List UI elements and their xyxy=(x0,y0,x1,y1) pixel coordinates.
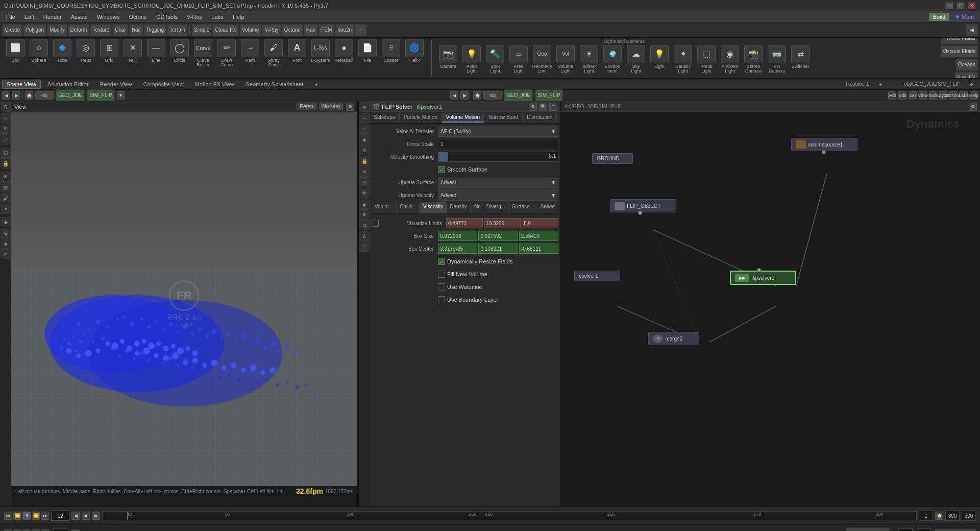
select-obj-c[interactable]: obj xyxy=(483,91,502,100)
shelf-icon-helix[interactable]: 🌀Helix xyxy=(403,39,426,68)
nav-c-right[interactable]: ▶ xyxy=(460,91,469,100)
start-frame[interactable]: 1 xyxy=(919,511,933,521)
node-graph[interactable]: Dynamics GROUND xyxy=(561,112,980,506)
shelf-icon-scatter[interactable]: ⠿Scatter xyxy=(380,39,402,68)
char-btn[interactable]: Char xyxy=(112,24,129,36)
menu-labs[interactable]: Labs xyxy=(207,13,228,21)
labs-btn-r[interactable]: Labs xyxy=(960,91,968,100)
shelf-icon-metaball[interactable]: ●Metaball xyxy=(333,39,355,68)
oceans-btn[interactable]: Oceans xyxy=(955,59,978,71)
solver-search-btn[interactable]: 🔍 xyxy=(539,103,547,111)
edit-btn[interactable]: Edit xyxy=(898,91,906,100)
node-ground[interactable]: GROUND xyxy=(592,153,633,164)
viscous-btn[interactable]: Viscous Fluids xyxy=(940,45,978,58)
simple-btn[interactable]: Simple xyxy=(191,24,212,36)
current-frame-display[interactable]: 12 xyxy=(51,511,69,521)
menu-octane[interactable]: Octane xyxy=(125,13,151,21)
box-center-v2[interactable]: 0.108221 xyxy=(478,244,518,254)
tab-composite-view[interactable]: Composite View xyxy=(138,80,188,89)
node-merge2[interactable]: ⊕ merge2 xyxy=(648,332,699,345)
sb-frame-num[interactable]: 1 xyxy=(898,528,913,531)
shelf-icon-light[interactable]: 💡Light xyxy=(648,45,671,75)
shelf-icon-caustic[interactable]: ✦CausticLight xyxy=(672,45,694,75)
rotate-tool[interactable]: ↻ xyxy=(1,124,11,134)
select-obj-btn[interactable]: obj xyxy=(35,91,54,100)
velocity-smoothing-slider[interactable]: 0.1 xyxy=(438,152,558,162)
tab-volume-motion[interactable]: Volume Motion xyxy=(442,113,484,123)
viz-v1[interactable]: 0.49773 xyxy=(446,218,483,228)
lock-tool[interactable]: 🔒 xyxy=(1,158,11,168)
minimize-button[interactable]: — xyxy=(945,2,953,9)
vp-tool-12[interactable]: ↺ xyxy=(359,220,370,230)
sub-tab-surface[interactable]: Surface... xyxy=(509,202,537,213)
snap-tool[interactable]: ⊡ xyxy=(1,148,11,158)
shelf-icon-lsystem[interactable]: L-SysL-System xyxy=(309,39,332,68)
collapse-btn[interactable]: ◀ xyxy=(966,24,978,36)
pivot-tool[interactable]: ⊙ xyxy=(1,249,11,259)
vp-tool-13[interactable]: Z xyxy=(359,231,370,241)
update-velocity-dropdown[interactable]: Advect ▼ xyxy=(438,189,558,201)
sub-tab-diverg[interactable]: Diverg... xyxy=(483,202,509,213)
smooth-surface-checkbox[interactable]: ✓ Smooth Surface xyxy=(438,166,487,173)
play-pause-btn[interactable]: ⏸ xyxy=(22,512,31,520)
shelf-icon-file[interactable]: 📄File xyxy=(356,39,379,68)
vp-tool-14[interactable]: ? xyxy=(359,242,370,252)
shelf-icon-camera[interactable]: 📷Camera xyxy=(437,45,459,75)
down-arrow-btn[interactable]: ▼ xyxy=(117,91,125,100)
shelf-icon-indirect-light[interactable]: ☀IndirectLight xyxy=(578,45,600,75)
force-scale-input[interactable] xyxy=(438,139,558,149)
vp-tool-10[interactable]: ▲ xyxy=(359,199,370,209)
viz-v2[interactable]: 10.3259 xyxy=(484,218,521,228)
tab-distribution[interactable]: Distribution xyxy=(523,113,557,123)
sub-tab-density[interactable]: Density xyxy=(447,202,470,213)
sub-tab-viscosity[interactable]: Viscosity xyxy=(420,202,447,213)
create-btn[interactable]: Create xyxy=(2,24,22,36)
shelf-icon-area-light[interactable]: ▭AreaLight xyxy=(507,45,530,75)
solver-settings-btn[interactable]: ⚙ xyxy=(529,103,537,111)
terrain-btn[interactable]: Terrain xyxy=(167,24,188,36)
menu-assets[interactable]: Assets xyxy=(67,13,92,21)
vp-tool-3[interactable]: ○ xyxy=(359,124,370,134)
sub-tab-collis[interactable]: Collis... xyxy=(397,202,420,213)
select-tool[interactable]: S xyxy=(1,102,11,112)
vp-tool-5[interactable]: ⊙ xyxy=(359,145,370,155)
skip-start-btn[interactable]: ⏮ xyxy=(4,512,12,520)
shelf-icon-point-light[interactable]: 💡PointLight xyxy=(460,45,483,75)
geo-joe-btn[interactable]: GEO_JOE xyxy=(56,89,85,102)
modify-btn[interactable]: Modify xyxy=(47,24,67,36)
build-button[interactable]: Build xyxy=(929,13,949,21)
shelf-icon-spot-light[interactable]: 🔦SpotLight xyxy=(484,45,506,75)
move-tool[interactable]: ↔ xyxy=(1,113,11,123)
velocity-transfer-dropdown[interactable]: APIC (Swirly) ▼ xyxy=(438,126,558,137)
node-volumesource1[interactable]: volumesource1 xyxy=(791,138,857,151)
node-flipsolver1[interactable]: ▶▶ flipsolver1 xyxy=(730,271,796,285)
viewport-canvas[interactable]: FR RRCG.cn 人人素材 xyxy=(11,112,357,496)
shelf-icon-sphere[interactable]: ○Sphere xyxy=(28,39,50,68)
go-btn[interactable]: Go xyxy=(909,91,917,100)
boundary-layer-checkbox[interactable]: Use Boundary Layer xyxy=(438,296,498,303)
nav-left-btn[interactable]: ◀ xyxy=(2,91,10,100)
tab-rpsolver-plus[interactable]: + xyxy=(874,80,887,89)
shelf-icon-torus[interactable]: ◎Torus xyxy=(75,39,97,68)
perspective-btn[interactable]: Persp xyxy=(297,103,316,110)
texture-btn[interactable]: Texture xyxy=(90,24,112,36)
odtools-btn-r[interactable]: ODTools xyxy=(949,91,958,100)
vp-tool-11[interactable]: ▼ xyxy=(359,209,370,220)
shelf-icon-stereo-cam[interactable]: 📸StereoCamera xyxy=(742,45,765,75)
shelf-icon-tube[interactable]: 🔷Tube xyxy=(51,39,74,68)
viz-enable-toggle[interactable] xyxy=(372,220,379,227)
view-tool[interactable]: 👁 xyxy=(1,172,11,182)
tab-geo-spreadsheet[interactable]: Geometry Spreadsheet xyxy=(241,80,308,89)
waterline-checkbox[interactable]: Use Waterline xyxy=(438,283,482,291)
pyro-btn[interactable]: Pyro FX xyxy=(954,72,978,79)
tab-narrow-band[interactable]: Narrow Band xyxy=(484,113,523,123)
close-button[interactable]: ✕ xyxy=(968,2,976,9)
shelf-icon-circle[interactable]: ◯Circle xyxy=(168,39,191,68)
shelf-icon-box[interactable]: ⬜Box xyxy=(4,39,27,68)
tab-substeps[interactable]: Substeps xyxy=(370,113,400,123)
shelf-icon-draw-curve[interactable]: ✏DrawCurve xyxy=(215,39,238,68)
brush-tool[interactable]: ✦ xyxy=(1,204,11,214)
rigging-btn[interactable]: Rigging xyxy=(144,24,166,36)
shelf-icon-volume-light[interactable]: VolVolumeLight xyxy=(554,45,577,75)
particle-fluids-btn[interactable]: Particle Fluids xyxy=(941,38,978,44)
